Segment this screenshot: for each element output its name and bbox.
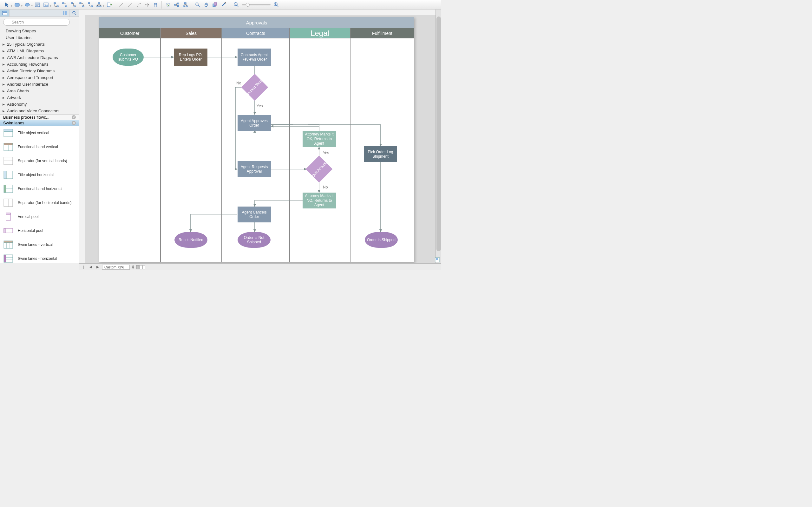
- shape-item[interactable]: Separator (for vertical bands): [0, 154, 79, 168]
- pause-icon[interactable]: ‖: [81, 265, 86, 269]
- zoom-slider-thumb[interactable]: [246, 3, 250, 7]
- rect-tool[interactable]: [13, 1, 21, 9]
- node-agent-requests[interactable]: Agent Requests Approval: [238, 161, 271, 177]
- library-item[interactable]: ▶Accounting Flowcharts: [0, 61, 79, 68]
- open-library-tab[interactable]: Swim lanes✕: [0, 120, 79, 126]
- zoom-level-field[interactable]: Custom 72%: [102, 265, 130, 270]
- edge-label: Yes: [323, 151, 329, 155]
- library-item[interactable]: ▶Aerospace and Transport: [0, 74, 79, 81]
- node-order-shipped[interactable]: Order is Shipped: [365, 232, 398, 248]
- export-tool[interactable]: [105, 1, 113, 9]
- node-standard-terms[interactable]: Standard Terms?: [241, 74, 268, 101]
- library-item[interactable]: ▶25 Typical Orgcharts: [0, 41, 79, 48]
- lane-header-contracts[interactable]: Contracts: [222, 28, 290, 38]
- shape-item[interactable]: Horizontal pool: [0, 224, 79, 238]
- refresh-tool[interactable]: [164, 1, 172, 9]
- open-library-tab[interactable]: Business process flowc...✕: [0, 115, 79, 120]
- library-item[interactable]: ▶Active Directory Diagrams: [0, 68, 79, 74]
- connector-l-tool[interactable]: [52, 1, 60, 9]
- zoom-slider[interactable]: [242, 4, 270, 5]
- svg-rect-70: [6, 213, 10, 215]
- lane-header-customer[interactable]: Customer: [99, 28, 161, 38]
- library-item[interactable]: ▶Audio and Video Connectors: [0, 108, 79, 114]
- magnify-tool[interactable]: [194, 1, 201, 9]
- diagram-page[interactable]: Approvals Customer Sales Contracts Legal…: [99, 17, 414, 262]
- lane-header-fulfillment[interactable]: Fulfillment: [350, 28, 414, 38]
- node-rep-notified[interactable]: Rep is Notified: [175, 232, 207, 248]
- vertical-scrollbar[interactable]: [436, 9, 441, 263]
- connector-step-tool[interactable]: [61, 1, 68, 9]
- library-item[interactable]: User Libraries: [0, 34, 79, 41]
- arrow-both-tool[interactable]: [135, 1, 142, 9]
- ellipse-tool[interactable]: [23, 1, 31, 9]
- image-tool[interactable]: [42, 1, 50, 9]
- library-item[interactable]: ▶Astronomy: [0, 101, 79, 108]
- lane-header-legal[interactable]: Legal: [290, 28, 350, 38]
- auto-layout-v-tool[interactable]: [152, 1, 160, 9]
- node-changes-acceptable[interactable]: Changes Acceptable?: [306, 156, 332, 182]
- connector-curve-tool[interactable]: [78, 1, 86, 9]
- node-order-not-shipped[interactable]: Order is Not Shipped: [238, 232, 270, 248]
- node-contracts-review[interactable]: Contracts Agent Reviews Order: [238, 49, 271, 66]
- pan-tool[interactable]: [202, 1, 210, 9]
- arrow-right-tool[interactable]: [126, 1, 134, 9]
- svg-rect-73: [4, 241, 13, 243]
- node-agent-cancels[interactable]: Agent Cancels Order: [238, 207, 271, 222]
- svg-line-24: [137, 3, 140, 6]
- zoom-in-button[interactable]: [272, 1, 280, 9]
- library-item[interactable]: ▶Area Charts: [0, 88, 79, 94]
- grid-view-tab[interactable]: [60, 9, 69, 16]
- library-item[interactable]: ▶AWS Architecture Diagrams: [0, 54, 79, 61]
- stepper-icon[interactable]: ▲▼: [132, 265, 134, 269]
- connector-elbow-tool[interactable]: [69, 1, 77, 9]
- eyedropper-tool[interactable]: [220, 1, 227, 9]
- node-pick-order[interactable]: Pick Order Log Shipment: [364, 146, 397, 162]
- node-attorney-no[interactable]: Attorney Marks it NO, Returns to Agent: [303, 192, 336, 209]
- shape-item[interactable]: Swim lanes - horizontal: [0, 251, 79, 263]
- node-customer-po[interactable]: Customer submits PO: [113, 49, 144, 66]
- node-agent-approves[interactable]: Agent Approves Order: [238, 115, 271, 131]
- shape-item[interactable]: Swim lanes - vertical: [0, 238, 79, 251]
- shape-item[interactable]: Vertical pool: [0, 210, 79, 224]
- tree-tool[interactable]: [95, 1, 103, 9]
- shape-format-tool[interactable]: [211, 1, 218, 9]
- lane-header-sales[interactable]: Sales: [161, 28, 222, 38]
- auto-layout-h-tool[interactable]: [143, 1, 151, 9]
- svg-rect-78: [6, 255, 13, 262]
- node-rep-logs[interactable]: Rep Logs PO, Enters Order: [174, 49, 207, 66]
- tree-down-tool[interactable]: [181, 1, 189, 9]
- svg-rect-57: [4, 143, 13, 145]
- node-attorney-ok[interactable]: Attorney Marks it OK, Returns to Agent: [303, 131, 336, 147]
- tree-right-tool[interactable]: [173, 1, 181, 9]
- library-item[interactable]: Drawing Shapes: [0, 27, 79, 34]
- svg-rect-20: [100, 6, 101, 7]
- prev-page-button[interactable]: ◀: [88, 265, 93, 269]
- search-tab[interactable]: [69, 9, 79, 16]
- connector-smart-tool[interactable]: [86, 1, 94, 9]
- select-tool[interactable]: [3, 1, 11, 9]
- shape-item[interactable]: Separator (for horizontal bands): [0, 196, 79, 210]
- next-page-button[interactable]: ▶: [95, 265, 100, 269]
- svg-line-39: [237, 5, 238, 7]
- zoom-out-button[interactable]: [233, 1, 240, 9]
- navigator-icon[interactable]: [435, 257, 440, 262]
- swimlane-title[interactable]: Approvals: [99, 17, 414, 28]
- shape-item[interactable]: Functional band horizontal: [0, 182, 79, 196]
- shape-item[interactable]: Title object horizontal: [0, 168, 79, 182]
- svg-rect-72: [4, 228, 5, 233]
- canvas-area[interactable]: Approvals Customer Sales Contracts Legal…: [79, 9, 441, 263]
- text-tool[interactable]: [34, 1, 41, 9]
- svg-rect-13: [74, 6, 75, 7]
- library-item[interactable]: ▶Android User Interface: [0, 81, 79, 88]
- page-layout-icon[interactable]: [136, 265, 145, 269]
- close-icon[interactable]: ✕: [72, 121, 76, 125]
- shape-item[interactable]: Title object vertical: [0, 126, 79, 140]
- close-icon[interactable]: ✕: [72, 115, 76, 119]
- svg-rect-0: [15, 3, 19, 6]
- library-panel-tab[interactable]: [0, 9, 9, 16]
- library-item[interactable]: ▶ATM UML Diagrams: [0, 48, 79, 54]
- search-input[interactable]: [3, 19, 70, 26]
- library-item[interactable]: ▶Artwork: [0, 94, 79, 101]
- shape-item[interactable]: Functional band vertical: [0, 140, 79, 154]
- line-tool[interactable]: [118, 1, 125, 9]
